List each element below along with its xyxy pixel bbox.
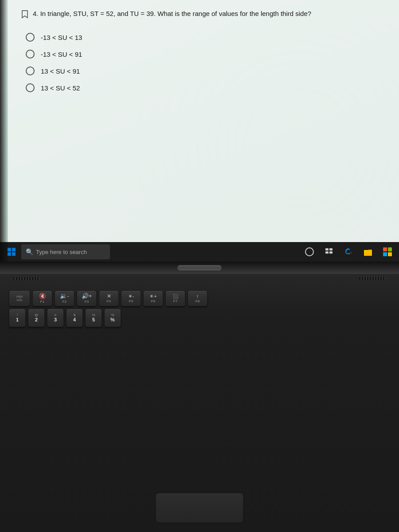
screen-left-border	[0, 0, 8, 262]
key-5-top: %	[92, 313, 95, 317]
key-f7-icon: ⬛	[172, 293, 179, 299]
key-f4[interactable]: ✕ F4	[99, 290, 119, 306]
svg-rect-2	[8, 252, 11, 256]
taskbar: 🔍 Type here to search	[0, 242, 399, 262]
taskbar-search[interactable]: 🔍 Type here to search	[21, 244, 110, 259]
key-3-top: #	[55, 313, 56, 317]
radio-a[interactable]	[26, 33, 35, 42]
options-list: -13 < SU < 13 -13 < SU < 91 13 < SU < 91…	[26, 33, 386, 92]
key-4-top: $	[74, 313, 75, 317]
trackpad[interactable]	[155, 492, 244, 523]
question-number: 4.	[33, 10, 39, 17]
radio-d[interactable]	[26, 83, 35, 92]
svg-rect-3	[12, 252, 16, 256]
fileexplorer-icon	[363, 247, 373, 257]
key-percent[interactable]: % %	[104, 309, 121, 327]
svg-rect-4	[325, 248, 329, 250]
key-f5-label: F5	[129, 299, 133, 304]
screen-display: 4. In triangle, STU, ST = 52, and TU = 3…	[0, 0, 399, 262]
key-5-main: 5	[92, 317, 95, 323]
edge-button[interactable]	[340, 244, 356, 260]
key-percent-main: %	[110, 317, 115, 323]
key-3-main: 3	[54, 317, 57, 323]
key-f7-label: F7	[173, 299, 177, 304]
taskbar-icons	[301, 244, 395, 260]
key-1-main: 1	[16, 317, 19, 323]
laptop-body: capslock 🔇 F1 🔉- F2 🔊+ F3 ✕ F4 ☀- F5	[0, 262, 399, 532]
key-2[interactable]: @ 2	[28, 309, 45, 327]
speaker-left	[13, 277, 40, 280]
key-f3-icon: 🔊+	[82, 293, 92, 300]
svg-rect-12	[383, 252, 387, 256]
key-4-main: 4	[73, 317, 76, 323]
option-a-text: -13 < SU < 13	[41, 34, 82, 41]
svg-rect-11	[388, 247, 392, 251]
radio-c[interactable]	[26, 66, 35, 75]
option-d-text: 13 < SU < 52	[41, 84, 80, 92]
hinge	[0, 262, 399, 274]
key-f8-icon: ↑	[196, 293, 199, 299]
question-area: 4. In triangle, STU, ST = 52, and TU = 3…	[8, 0, 399, 262]
key-f5[interactable]: ☀- F5	[121, 290, 141, 306]
key-f2-label: F2	[63, 300, 66, 304]
question-header: 4. In triangle, STU, ST = 52, and TU = 3…	[21, 9, 386, 20]
number-key-row: ! 1 @ 2 # 3 $ 4 % 5 % %	[9, 309, 390, 327]
svg-rect-6	[325, 251, 329, 254]
search-circle-icon	[305, 247, 314, 256]
key-f7[interactable]: ⬛ F7	[165, 290, 185, 306]
bookmark-icon	[21, 10, 28, 20]
key-2-main: 2	[35, 317, 38, 323]
edge-icon	[344, 247, 353, 257]
store-icon	[383, 247, 392, 257]
key-4[interactable]: $ 4	[66, 309, 83, 327]
key-f6-icon: ☀+	[149, 293, 156, 299]
key-f4-label: F4	[107, 299, 111, 304]
question-text: 4. In triangle, STU, ST = 52, and TU = 3…	[33, 9, 311, 19]
key-f5-icon: ☀-	[128, 293, 134, 299]
key-f6[interactable]: ☀+ F6	[143, 290, 163, 306]
question-body: In triangle, STU, ST = 52, and TU = 39. …	[40, 10, 311, 17]
key-f6-label: F6	[151, 299, 155, 304]
key-caps-label: capslock	[16, 295, 23, 302]
key-f8-label: F8	[196, 299, 200, 304]
key-f1-label: F1	[40, 300, 44, 304]
option-c-text: 13 < SU < 91	[41, 67, 80, 75]
fileexplorer-button[interactable]	[360, 244, 376, 260]
svg-rect-0	[8, 248, 11, 251]
taskview-button[interactable]	[321, 244, 337, 260]
key-5[interactable]: % 5	[85, 309, 102, 327]
screen: 4. In triangle, STU, ST = 52, and TU = 3…	[0, 0, 399, 262]
search-placeholder: Type here to search	[36, 249, 87, 255]
key-percent-top: %	[111, 313, 114, 317]
key-1[interactable]: ! 1	[9, 309, 26, 327]
key-f2-icon: 🔉-	[60, 293, 69, 300]
svg-rect-7	[329, 251, 332, 254]
option-b[interactable]: -13 < SU < 91	[26, 50, 386, 59]
start-button[interactable]	[4, 244, 20, 260]
option-b-text: -13 < SU < 91	[41, 51, 82, 58]
radio-b[interactable]	[26, 50, 35, 59]
option-c[interactable]: 13 < SU < 91	[26, 66, 386, 75]
search-circle-button[interactable]	[301, 244, 317, 260]
option-a[interactable]: -13 < SU < 13	[26, 33, 386, 42]
key-f8[interactable]: ↑ F8	[188, 290, 207, 306]
key-f1[interactable]: 🔇 F1	[32, 290, 52, 306]
store-button[interactable]	[379, 244, 395, 260]
svg-rect-1	[12, 248, 16, 251]
svg-rect-5	[329, 248, 332, 250]
key-f2[interactable]: 🔉- F2	[55, 290, 74, 306]
svg-rect-9	[364, 250, 368, 251]
taskview-icon	[325, 247, 333, 256]
key-f4-icon: ✕	[107, 293, 111, 299]
key-f3[interactable]: 🔊+ F3	[77, 290, 97, 306]
key-f1-icon: 🔇	[39, 293, 46, 300]
search-icon: 🔍	[26, 248, 33, 255]
key-3[interactable]: # 3	[47, 309, 64, 327]
key-caps-lock[interactable]: capslock	[9, 290, 30, 306]
key-2-top: @	[35, 313, 38, 317]
key-1-top: !	[17, 313, 18, 317]
option-d[interactable]: 13 < SU < 52	[26, 83, 386, 92]
svg-rect-10	[383, 247, 387, 251]
hinge-center	[177, 265, 222, 270]
svg-rect-13	[388, 252, 392, 256]
